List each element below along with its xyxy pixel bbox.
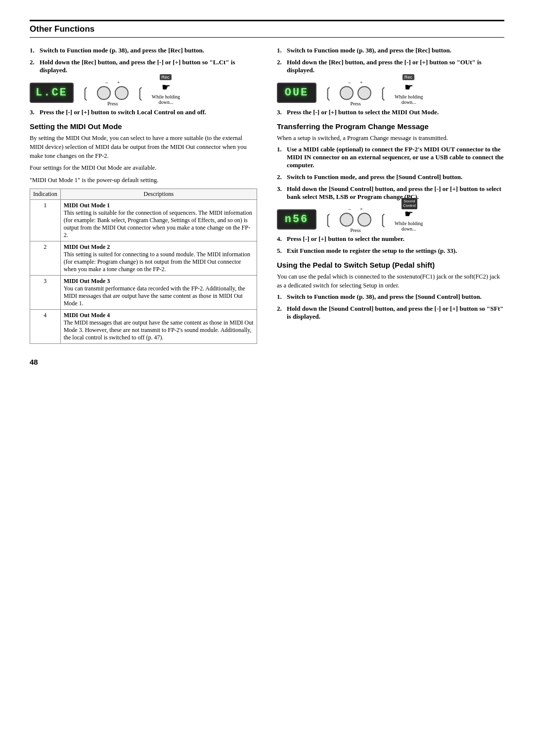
table-cell-description: MIDI Out Mode 3You can transmit performa… [60,275,257,309]
pedal-step-1: 1. Switch to Function mode (p. 38), and … [277,293,504,301]
transfer-intro: When a setup is switched, a Program Chan… [277,134,504,142]
page-number: 48 [30,358,504,366]
lcd-n56: n56 [277,209,316,230]
left-column: 1. Switch to Function mode (p. 38), and … [30,47,257,348]
right-column: 1. Switch to Function mode (p. 38), and … [277,47,504,348]
transfer-step-2: 2. Switch to Function mode, and press th… [277,173,504,181]
midi-intro-3: "MIDI Out Mode 1" is the power-up defaul… [30,176,257,185]
table-header-indication: Indication [30,189,61,199]
left-diagram-lce: L.CE ❲ – + Press ❲ Rec ☛ Whi [30,79,257,106]
left-step-2: 2. Hold down the [Rec] button, and press… [30,58,257,74]
lcd-lce: L.CE [30,83,74,103]
table-cell-description: MIDI Out Mode 4The MIDI messages that ar… [60,309,257,343]
knob-group-n56: – + Press [340,206,371,233]
lcd-oue: OUE [277,83,316,103]
pedal-heading: Using the Pedal to Switch Setup (Pedal s… [277,261,504,269]
table-cell-description: MIDI Out Mode 2This setting is suited fo… [60,241,257,275]
midi-intro-1: By setting the MIDI Out Mode, you can se… [30,134,257,160]
right-step-1: 1. Switch to Function mode (p. 38), and … [277,47,504,54]
transfer-step-5: 5. Exit Function mode to register the se… [277,247,504,255]
table-row: 2MIDI Out Mode 2This setting is suited f… [30,241,257,275]
midi-intro-2: Four settings for the MIDI Out Mode are … [30,163,257,172]
table-header-descriptions: Descriptions [60,189,257,199]
plus-knob-right [357,86,371,100]
plus-knob-left [115,86,129,100]
rec-button-left: Rec ☛ While holdingdown... [152,81,180,105]
table-row: 4MIDI Out Mode 4The MIDI messages that a… [30,309,257,343]
sound-control-button: SoundControl ☛ While holdingdown... [395,208,423,232]
right-diagram-oue: OUE ❲ – + Press ❲ Rec ☛ Whil [277,79,504,106]
table-cell-description: MIDI Out Mode 1This setting is suitable … [60,199,257,241]
table-cell-indication: 2 [30,241,61,275]
table-cell-indication: 1 [30,199,61,241]
table-row: 1MIDI Out Mode 1This setting is suitable… [30,199,257,241]
chapter-title: Other Functions [30,24,504,34]
transfer-step-1: 1. Use a MIDI cable (optional) to connec… [277,145,504,169]
minus-knob-right [340,86,354,100]
table-row: 3MIDI Out Mode 3You can transmit perform… [30,275,257,309]
minus-knob-left [97,86,111,100]
transfer-step-4: 4. Press [-] or [+] button to select the… [277,235,504,243]
minus-knob-n56 [340,213,354,227]
chapter-header: Other Functions [30,20,504,38]
table-cell-indication: 4 [30,309,61,343]
plus-knob-n56 [357,213,371,227]
transfer-heading: Transferring the Program Change Message [277,122,504,131]
left-step-1: 1. Switch to Function mode (p. 38), and … [30,47,257,54]
right-step-3: 3. Press the [-] or [+] button to select… [277,108,504,116]
right-step-2: 2. Hold down the [Rec] button, and press… [277,58,504,74]
left-step-3: 3. Press the [-] or [+] button to switch… [30,108,257,116]
pedal-intro: You can use the pedal which is connected… [277,272,504,290]
table-cell-indication: 3 [30,275,61,309]
transfer-step-3: 3. Hold down the [Sound Control] button,… [277,185,504,201]
pedal-step-2: 2. Hold down the [Sound Control] button,… [277,305,504,321]
rec-button-right: Rec ☛ While holdingdown... [395,81,423,105]
knob-group-left: – + Press [97,79,129,106]
midi-out-mode-heading: Setting the MIDI Out Mode [30,122,257,131]
knob-group-right: – + Press [340,79,371,106]
midi-mode-table: Indication Descriptions 1MIDI Out Mode 1… [30,189,257,344]
right-diagram-n56: n56 ❲ – + Press ❲ SoundControl ☛ [277,206,504,233]
